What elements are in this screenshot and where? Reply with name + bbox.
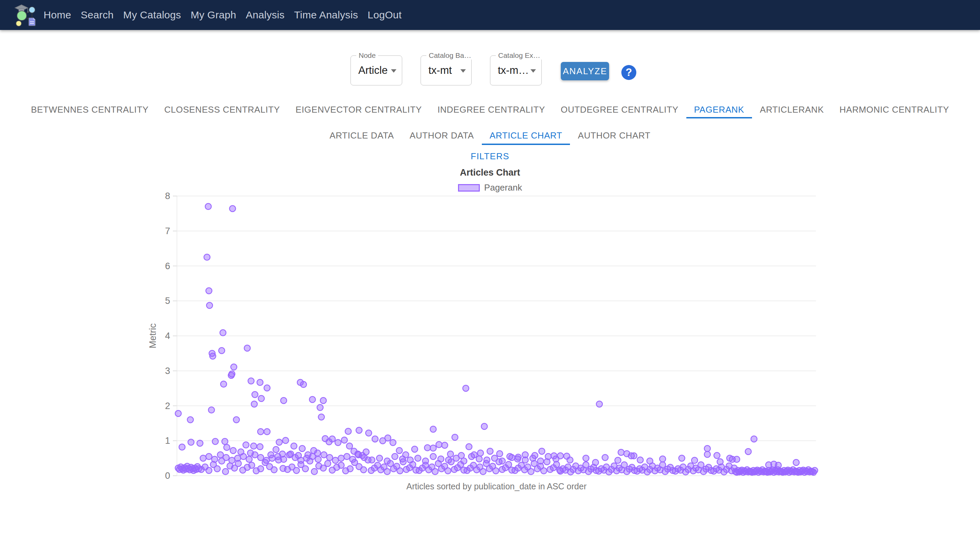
tab-author-chart[interactable]: AUTHOR CHART: [570, 126, 658, 145]
tab-harmonic-centrality[interactable]: HARMONIC CENTRALITY: [832, 101, 957, 118]
tab-pagerank[interactable]: PAGERANK: [686, 101, 752, 118]
tab-outdegree-centrality[interactable]: OUTDEGREE CENTRALITY: [553, 101, 686, 118]
tab-closeness-centrality[interactable]: CLOSENESS CENTRALITY: [156, 101, 288, 118]
nav-item-search[interactable]: Search: [81, 9, 114, 21]
svg-text:7: 7: [165, 226, 170, 236]
chart-title: Articles Chart: [0, 167, 980, 178]
filters-row: FILTERS: [0, 150, 980, 163]
catalog-ext-select-value: tx-m…: [498, 64, 529, 76]
svg-text:4: 4: [165, 331, 170, 341]
pagerank-scatter-chart: 012345678MetricArticles sorted by public…: [143, 189, 827, 499]
tab-eigenvector-centrality[interactable]: EIGENVECTOR CENTRALITY: [288, 101, 430, 118]
catalog-base-select[interactable]: Catalog Ba… tx-mt: [421, 56, 472, 85]
app-logo-icon[interactable]: [12, 3, 41, 27]
nav-item-home[interactable]: Home: [43, 9, 71, 21]
nav-item-my-catalogs[interactable]: My Catalogs: [123, 9, 181, 21]
tab-author-data[interactable]: AUTHOR DATA: [402, 126, 482, 145]
catalog-base-select-label: Catalog Ba…: [426, 51, 474, 60]
nav-item-my-graph[interactable]: My Graph: [191, 9, 236, 21]
svg-text:Articles sorted by publication: Articles sorted by publication_date in A…: [406, 482, 586, 491]
chevron-down-icon: [530, 69, 536, 73]
top-nav-bar: Home Search My Catalogs My Graph Analysi…: [0, 0, 980, 30]
node-select-value: Article: [358, 64, 388, 76]
svg-text:0: 0: [165, 471, 170, 481]
tab-article-chart[interactable]: ARTICLE CHART: [482, 126, 570, 145]
node-select[interactable]: Node Article: [350, 56, 402, 85]
tab-indegree-centrality[interactable]: INDEGREE CENTRALITY: [430, 101, 553, 118]
view-tabs: ARTICLE DATA AUTHOR DATA ARTICLE CHART A…: [0, 126, 980, 145]
metric-tabs: BETWENNES CENTRALITY CLOSENESS CENTRALIT…: [0, 101, 980, 118]
svg-text:Metric: Metric: [148, 323, 158, 349]
nav-links: Home Search My Catalogs My Graph Analysi…: [43, 9, 401, 21]
chevron-down-icon: [460, 69, 466, 73]
catalog-base-select-value: tx-mt: [428, 64, 452, 76]
analyze-button[interactable]: ANALYZE: [561, 62, 609, 80]
document-node: [29, 18, 35, 26]
filters-button[interactable]: FILTERS: [467, 150, 512, 163]
svg-text:5: 5: [165, 296, 170, 306]
node-select-label: Node: [356, 51, 378, 60]
catalog-ext-select[interactable]: Catalog Ex… tx-m…: [490, 56, 542, 85]
scatter-plot-canvas: 012345678MetricArticles sorted by public…: [143, 189, 827, 499]
nav-item-analysis[interactable]: Analysis: [246, 9, 285, 21]
tab-articlerank[interactable]: ARTICLERANK: [752, 101, 832, 118]
tab-betwennes-centrality[interactable]: BETWENNES CENTRALITY: [23, 101, 156, 118]
chevron-down-icon: [391, 69, 396, 73]
svg-text:1: 1: [165, 436, 170, 446]
svg-text:3: 3: [165, 366, 170, 376]
nav-item-logout[interactable]: LogOut: [368, 9, 401, 21]
help-icon[interactable]: ?: [621, 65, 636, 80]
tab-article-data[interactable]: ARTICLE DATA: [321, 126, 401, 145]
nav-item-time-analysis[interactable]: Time Analysis: [294, 9, 358, 21]
svg-text:8: 8: [165, 191, 170, 201]
catalog-ext-select-label: Catalog Ex…: [496, 51, 543, 60]
svg-text:2: 2: [165, 401, 170, 411]
svg-text:6: 6: [165, 261, 170, 271]
